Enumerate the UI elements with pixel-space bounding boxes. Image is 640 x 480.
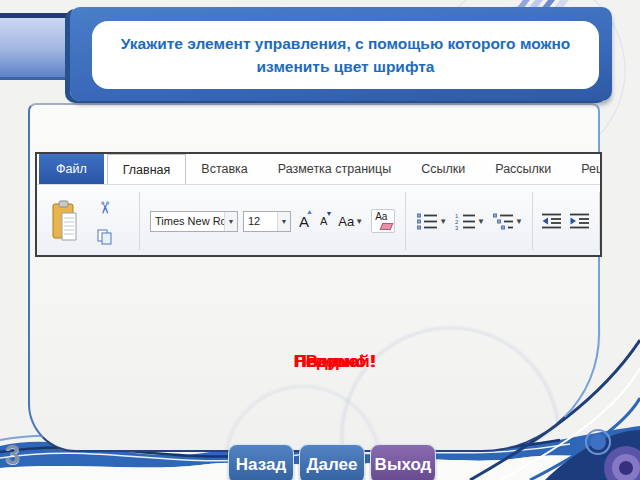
group-separator [532, 192, 533, 250]
numbering-dropdown-icon: ▼ [477, 217, 485, 226]
tab-mailings[interactable]: Рассылки [480, 154, 566, 184]
tab-references[interactable]: Ссылки [406, 154, 480, 184]
group-separator [139, 192, 140, 250]
increase-indent-icon [570, 212, 590, 230]
font-size-dropdown-icon[interactable]: ▼ [277, 212, 290, 231]
numbering-icon: 123 [455, 212, 476, 230]
bullets-button[interactable]: ▼ [414, 210, 450, 232]
cut-icon[interactable]: ✂ [94, 200, 115, 214]
multilevel-list-icon [493, 212, 514, 230]
numbering-button[interactable]: 123 ▼ [452, 210, 488, 232]
grow-font-arrow-icon: ▲ [306, 208, 313, 215]
clear-formatting-button[interactable]: Aa [371, 209, 395, 233]
feedback-wrong: Неверно ! [292, 351, 378, 372]
bullets-icon [417, 212, 438, 230]
multilevel-dropdown-icon: ▼ [515, 217, 523, 226]
shrink-font-button[interactable]: А ▼ [317, 213, 330, 229]
decrease-indent-button[interactable] [539, 210, 565, 232]
svg-text:3: 3 [455, 225, 459, 230]
group-separator [599, 192, 600, 250]
tab-file[interactable]: Файл [39, 154, 104, 184]
word-ribbon-screenshot: Файл Главная Вставка Разметка страницы С… [35, 152, 602, 257]
decrease-indent-icon [542, 212, 562, 230]
clipboard-group: ✂ [39, 189, 135, 253]
ribbon-tabs-row: Файл Главная Вставка Разметка страницы С… [37, 154, 600, 185]
feedback-overlays: Верно! Подумай! Неверно ! [240, 351, 430, 413]
change-case-button[interactable]: Aa ▼ [335, 212, 366, 231]
next-button[interactable]: Далее [299, 444, 365, 480]
paragraph-group: ▼ 123 ▼ ▼ [410, 189, 602, 253]
grow-font-button[interactable]: А ▲ [296, 211, 312, 232]
question-callout: Укажите элемент управления, с помощью ко… [70, 7, 612, 101]
question-text-bold: цвет шрифта [334, 58, 435, 75]
font-name-value: Times New Ro [151, 212, 224, 231]
eraser-icon [380, 223, 394, 230]
tab-insert[interactable]: Вставка [186, 154, 262, 184]
multilevel-list-button[interactable]: ▼ [490, 210, 526, 232]
slide-number: 3 [5, 440, 20, 471]
navigation-buttons: Назад Далее Выход [228, 444, 436, 480]
paste-icon[interactable] [51, 200, 79, 242]
back-button[interactable]: Назад [228, 444, 294, 480]
question-callout-inner: Укажите элемент управления, с помощью ко… [92, 21, 599, 89]
font-size-value: 12 [244, 212, 277, 231]
change-case-dropdown-icon: ▼ [355, 217, 363, 226]
tab-review[interactable]: Рецензирование [566, 154, 602, 184]
group-separator [405, 192, 406, 250]
tab-home[interactable]: Главная [107, 154, 187, 184]
tab-page-layout[interactable]: Разметка страницы [263, 154, 406, 184]
shrink-font-arrow-icon: ▼ [325, 210, 332, 217]
font-name-combobox[interactable]: Times New Ro ▼ [150, 211, 238, 232]
bullets-dropdown-icon: ▼ [439, 217, 447, 226]
increase-indent-button[interactable] [567, 210, 593, 232]
font-name-dropdown-icon[interactable]: ▼ [224, 212, 237, 231]
question-text: Укажите элемент управления, с помощью ко… [118, 32, 573, 79]
exit-button[interactable]: Выход [370, 444, 436, 480]
copy-icon[interactable] [97, 229, 113, 245]
top-left-flap [0, 18, 66, 80]
ribbon-toolbar: ✂ Times New Ro ▼ 12 ▼ А ▲ А ▼ [37, 185, 600, 255]
font-group: Times New Ro ▼ 12 ▼ А ▲ А ▼ Aa ▼ Aa [144, 189, 401, 253]
font-size-combobox[interactable]: 12 ▼ [243, 211, 291, 232]
